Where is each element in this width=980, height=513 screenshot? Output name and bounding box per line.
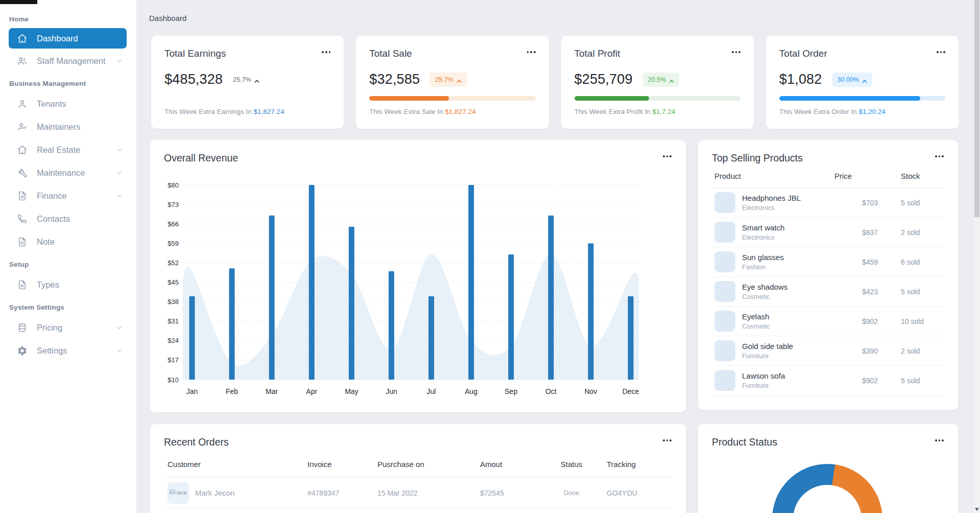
product-price: $390 xyxy=(862,347,901,355)
progress-bar-fill xyxy=(575,96,649,101)
orders-table-header: Customer Invoice Pusrchase on Amout Stat… xyxy=(164,460,672,477)
revenue-bar-chart: $10$17$24$31$38$45$52$59$66$73$80JanFebM… xyxy=(150,140,686,412)
product-info: Eye shadowsCosmetic xyxy=(742,283,862,300)
col-customer: Customer xyxy=(168,460,307,469)
percent-change-badge: 20.5% xyxy=(643,73,679,87)
revenue-bar-may xyxy=(349,227,354,380)
product-category: Electronics xyxy=(742,204,862,212)
product-category: Electronics xyxy=(742,234,862,241)
donut-hole xyxy=(793,485,862,513)
revenue-bar-oct xyxy=(548,216,554,380)
stat-value-row: $485,32825.7% xyxy=(164,72,330,87)
x-axis-tick-label: May xyxy=(345,387,358,395)
y-axis-tick-label: $52 xyxy=(168,259,179,267)
sidebar-item-tenants[interactable]: Tenants xyxy=(0,92,136,115)
sidebar-item-note[interactable]: Note xyxy=(0,230,136,253)
sidebar-item-settings[interactable]: Settings xyxy=(0,339,136,362)
revenue-bar-dece xyxy=(628,296,634,380)
y-axis-tick-label: $73 xyxy=(168,201,179,208)
progress-bar xyxy=(369,96,535,101)
y-axis-tick-label: $24 xyxy=(168,337,179,344)
sidebar-item-contacts[interactable]: Contacts xyxy=(0,207,136,230)
x-axis-tick-label: Jul xyxy=(427,387,436,395)
sidebar-item-dashboard[interactable]: Dashboard xyxy=(9,28,127,49)
chevron-down-icon[interactable] xyxy=(115,192,123,200)
more-menu-icon[interactable] xyxy=(732,51,740,53)
sidebar-section: Business ManagementTenantsMaintainersRea… xyxy=(0,80,136,253)
sidebar-item-maintenance[interactable]: Maintenance xyxy=(0,161,136,184)
recent-orders-panel: Recent Orders Customer Invoice Pusrchase… xyxy=(150,424,686,513)
sidebar-item-label: Finance xyxy=(37,191,67,201)
order-invoice: #4789347 xyxy=(307,489,377,497)
product-name: Eye shadows xyxy=(742,283,862,291)
sidebar-item-maintainers[interactable]: Maintainers xyxy=(0,115,136,138)
chevron-down-icon[interactable] xyxy=(115,57,123,65)
stat-card-footer: This Week Extra Order In $1,20.24 xyxy=(779,108,886,115)
product-thumbnail xyxy=(714,222,735,243)
total-order-card: Total Order$1,08230.00%This Week Extra O… xyxy=(766,36,959,129)
sidebar-item-finance[interactable]: Finance xyxy=(0,184,136,207)
footer-text: This Week Extra Profit In xyxy=(575,108,653,115)
more-menu-icon[interactable] xyxy=(527,51,536,53)
y-axis-tick-label: $59 xyxy=(168,240,179,247)
sidebar-item-label: Pricing xyxy=(37,323,62,333)
more-menu-icon[interactable] xyxy=(322,51,330,53)
order-row xyxy=(164,509,672,513)
product-info: Headphones JBLElectronics xyxy=(742,194,862,212)
order-tracking: GO4YOU xyxy=(607,489,686,497)
stat-cards-row: Total Earnings$485,32825.7%This Week Ext… xyxy=(151,36,959,129)
product-stock: 2 sold xyxy=(901,347,944,355)
more-menu-icon[interactable] xyxy=(663,439,672,441)
y-axis-tick-label: $10 xyxy=(168,376,179,384)
more-menu-icon[interactable] xyxy=(935,439,944,441)
gear-icon xyxy=(17,345,28,356)
order-purchase-date: 15 Mar 2022 xyxy=(377,489,480,497)
sidebar-item-real-estate[interactable]: Real Estate xyxy=(0,138,136,161)
chevron-down-icon[interactable] xyxy=(115,324,123,332)
footer-amount: $1,20.24 xyxy=(859,108,886,115)
chevron-down-icon[interactable] xyxy=(115,347,123,355)
broken-image-placeholder: rece xyxy=(168,482,189,504)
recent-orders-title: Recent Orders xyxy=(164,436,229,448)
chevron-down-icon[interactable] xyxy=(115,169,123,177)
stat-value-row: $32,58525.7% xyxy=(369,72,535,87)
x-axis-tick-label: Nov xyxy=(584,387,597,395)
product-thumbnail xyxy=(714,370,735,391)
scrollbar-thumb[interactable] xyxy=(974,0,979,217)
sidebar-nav: HomeDashboardStaff ManagementBusiness Ma… xyxy=(0,0,136,362)
more-menu-icon[interactable] xyxy=(937,51,945,53)
progress-bar xyxy=(575,96,740,101)
product-row: Eye shadowsCosmetic$4235 sold xyxy=(712,277,944,307)
product-thumbnail xyxy=(714,340,735,361)
product-price: $459 xyxy=(862,258,901,266)
footer-amount: $1,827.24 xyxy=(254,108,284,115)
product-thumbnail xyxy=(714,311,735,332)
overall-revenue-panel: Overall Revenue $10$17$24$31$38$45$52$59… xyxy=(150,140,686,412)
sidebar-item-pricing[interactable]: Pricing xyxy=(0,316,136,339)
col-price: Price xyxy=(834,172,901,180)
x-axis-tick-label: Jun xyxy=(386,387,397,395)
product-stock: 2 sold xyxy=(901,228,944,237)
progress-bar xyxy=(779,96,945,101)
orders-table: Customer Invoice Pusrchase on Amout Stat… xyxy=(164,460,672,513)
product-name: Headphones JBL xyxy=(742,194,862,202)
y-axis-tick-label: $45 xyxy=(168,278,179,286)
home-icon xyxy=(17,33,28,44)
revenue-bar-apr xyxy=(309,185,315,380)
y-axis-tick-label: $66 xyxy=(168,220,179,228)
order-row: receMark Jecon#478934715 Mar 2022$72545D… xyxy=(164,477,672,509)
top-selling-products-panel: Top Selling Products Product Price Stock… xyxy=(698,140,958,410)
footer-text: This Week Extra Sale In xyxy=(369,108,445,115)
caret-up-icon xyxy=(254,78,259,82)
product-row: Lawson sofaFurniture$9025 sold xyxy=(712,366,944,395)
x-axis-tick-label: Jan xyxy=(186,387,198,395)
sidebar-item-label: Tenants xyxy=(37,99,66,109)
sidebar-item-staff-management[interactable]: Staff Management xyxy=(0,50,136,73)
x-axis-tick-label: Apr xyxy=(306,387,317,395)
stat-value: $1,082 xyxy=(779,72,822,87)
more-menu-icon[interactable] xyxy=(935,155,944,157)
top-products-title: Top Selling Products xyxy=(712,152,803,164)
chevron-down-icon[interactable] xyxy=(115,146,123,154)
scrollbar-down-arrow[interactable] xyxy=(975,508,979,511)
sidebar-item-types[interactable]: Types xyxy=(0,273,136,296)
